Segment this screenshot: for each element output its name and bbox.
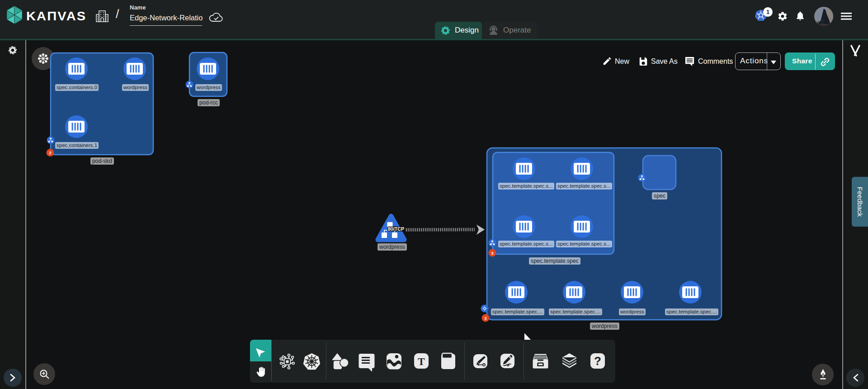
svg-text:2: 2	[49, 151, 51, 155]
svg-text:?: ?	[594, 354, 601, 368]
svg-text:3: 3	[484, 316, 486, 321]
svg-text:T: T	[418, 356, 425, 367]
svg-text:3: 3	[491, 251, 493, 256]
svg-text:80/TCP: 80/TCP	[388, 226, 405, 232]
